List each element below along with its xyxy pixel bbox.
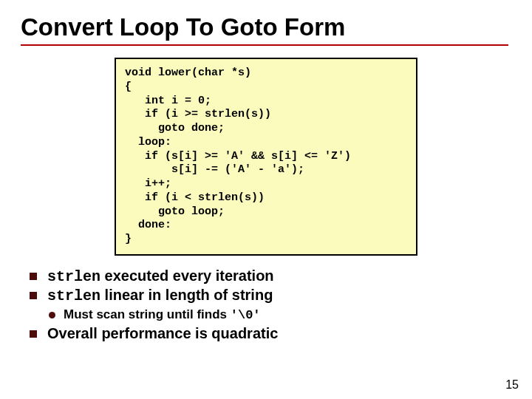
bullet-1: strlen executed every iteration <box>27 267 511 285</box>
bullet-3: Overall performance is quadratic <box>27 325 511 342</box>
bullet-3-text: Overall performance is quadratic <box>47 325 278 341</box>
sub-bullet-1-pre: Must scan string until finds <box>64 307 231 321</box>
sub-bullet-1: Must scan string until finds '\0' <box>47 307 511 322</box>
title-underline <box>21 44 508 46</box>
code-box: void lower(char *s) { int i = 0; if (i >… <box>115 58 417 256</box>
bullet-2-text: linear in length of string <box>100 287 273 303</box>
bullet-2-code: strlen <box>47 287 100 304</box>
bullet-list: strlen executed every iteration strlen l… <box>27 267 511 342</box>
code-snippet: void lower(char *s) { int i = 0; if (i >… <box>125 66 407 247</box>
slide-title: Convert Loop To Goto Form <box>21 13 511 41</box>
bullet-2: strlen linear in length of string Must s… <box>27 287 511 322</box>
page-number: 15 <box>505 378 519 392</box>
bullet-1-text: executed every iteration <box>100 267 274 284</box>
bullet-1-code: strlen <box>47 268 100 285</box>
sub-bullet-list: Must scan string until finds '\0' <box>47 307 511 322</box>
sub-bullet-1-code: '\0' <box>231 308 261 322</box>
